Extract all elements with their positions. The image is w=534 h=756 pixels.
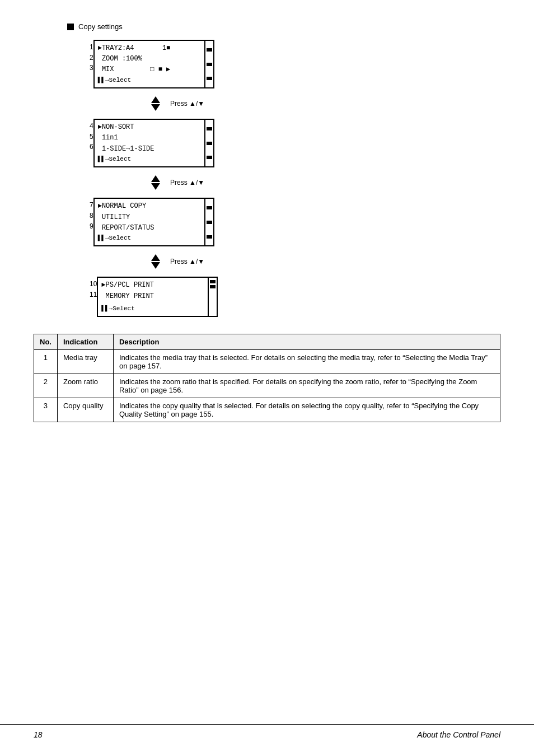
copy-settings-text: Copy settings [78, 22, 123, 31]
lcd-side-bar-4 [209, 277, 218, 317]
copy-settings-label: Copy settings [67, 22, 500, 31]
lcd-side-bar-3 [205, 198, 214, 246]
screen-group-2: 4 5 6 ►NON-SORT 1in1 1-SIDE→1-SIDE ▌▌→Se… [90, 119, 214, 167]
side-block [207, 48, 212, 52]
side-block [207, 77, 212, 80]
triangle-down-1 [151, 104, 160, 111]
press-label-3: Press ▲/▼ [170, 258, 204, 265]
lcd-side-bar-2 [205, 119, 214, 167]
bullet-icon [67, 24, 74, 30]
side-block [207, 127, 212, 130]
side-block [210, 285, 216, 288]
screen-4-display: ►PS/PCL PRINT MEMORY PRINT ▌▌→Select [97, 277, 218, 317]
press-row-2: Press ▲/▼ [151, 172, 204, 193]
press-label-2: Press ▲/▼ [170, 179, 204, 186]
table-cell-no: 3 [34, 398, 58, 422]
press-label-1: Press ▲/▼ [170, 100, 204, 108]
side-block [207, 235, 212, 239]
lcd-line-2-1: ►NON-SORT [98, 122, 201, 133]
lcd-select-4: ▌▌→Select [101, 304, 204, 314]
lcd-line-4-2: MEMORY PRINT [101, 291, 204, 302]
line-numbers-3: 7 8 9 [90, 198, 93, 241]
lcd-line-3-3: REPORT/STATUS [98, 223, 201, 234]
screen-group-1: 1 2 3 ►TRAY2:A4 1■ ZOOM :100% MIX □ ■ ▶ … [90, 40, 214, 88]
side-block [207, 206, 212, 209]
lcd-line-4-1: ►PS/PCL PRINT [101, 280, 204, 291]
line-numbers-2: 4 5 6 [90, 119, 93, 162]
triangle-down-2 [151, 183, 160, 190]
lcd-line-2-2: 1in1 [98, 133, 201, 143]
table-row: 1Media trayIndicates the media tray that… [34, 350, 500, 374]
triangle-up-1 [151, 96, 160, 103]
table-cell-no: 2 [34, 374, 58, 398]
side-block [207, 156, 212, 159]
screen-1-wrapper: ►TRAY2:A4 1■ ZOOM :100% MIX □ ■ ▶ ▌▌→Sel… [93, 40, 214, 88]
lcd-select-3: ▌▌→Select [98, 234, 201, 244]
table-cell-indication: Media tray [57, 350, 113, 374]
table-row: 2Zoom ratioIndicates the zoom ratio that… [34, 374, 500, 398]
press-row-3: Press ▲/▼ [151, 251, 204, 272]
table-header-no: No. [34, 334, 58, 350]
footer: 18 About the Control Panel [0, 724, 534, 739]
screen-group-4: 10 11 ►PS/PCL PRINT MEMORY PRINT ▌▌→Sele… [90, 277, 218, 317]
page: Copy settings 1 2 3 ►TRAY2:A4 1■ ZOOM :1… [0, 0, 534, 756]
table-cell-description: Indicates the copy quality that is selec… [113, 398, 500, 422]
side-block [207, 63, 212, 66]
lcd-side-bar-1 [205, 40, 214, 88]
lcd-screen-3: ►NORMAL COPY UTILITY REPORT/STATUS ▌▌→Se… [93, 198, 205, 246]
table-cell-description: Indicates the media tray that is selecte… [113, 350, 500, 374]
lcd-screen-4: ►PS/PCL PRINT MEMORY PRINT ▌▌→Select [97, 277, 209, 317]
lcd-line-1-3: MIX □ ■ ▶ [98, 64, 201, 75]
lcd-screen-1: ►TRAY2:A4 1■ ZOOM :100% MIX □ ■ ▶ ▌▌→Sel… [93, 40, 205, 88]
lcd-screen-2: ►NON-SORT 1in1 1-SIDE→1-SIDE ▌▌→Select [93, 119, 205, 167]
side-block [210, 280, 216, 283]
press-row-1: Press ▲/▼ [151, 93, 204, 114]
arrow-updown-2 [151, 175, 160, 190]
triangle-up-2 [151, 175, 160, 182]
line-numbers-1: 1 2 3 [90, 40, 93, 83]
line-numbers-4: 10 11 [90, 277, 97, 310]
lcd-line-2-3: 1-SIDE→1-SIDE [98, 144, 201, 155]
info-table: No. Indication Description 1Media trayIn… [34, 334, 500, 422]
triangle-down-3 [151, 262, 160, 269]
triangle-up-3 [151, 254, 160, 261]
side-block [207, 221, 212, 224]
screen-group-3: 7 8 9 ►NORMAL COPY UTILITY REPORT/STATUS… [90, 198, 214, 246]
table-cell-indication: Zoom ratio [57, 374, 113, 398]
screen-2-display: ►NON-SORT 1in1 1-SIDE→1-SIDE ▌▌→Select [93, 119, 214, 167]
footer-page-number: 18 [34, 730, 43, 739]
lcd-line-3-1: ►NORMAL COPY [98, 201, 201, 212]
screen-3-display: ►NORMAL COPY UTILITY REPORT/STATUS ▌▌→Se… [93, 198, 214, 246]
diagram-area: 1 2 3 ►TRAY2:A4 1■ ZOOM :100% MIX □ ■ ▶ … [90, 40, 500, 317]
lcd-line-3-2: UTILITY [98, 212, 201, 223]
footer-title: About the Control Panel [417, 730, 500, 739]
arrow-updown-3 [151, 254, 160, 269]
table-cell-indication: Copy quality [57, 398, 113, 422]
table-cell-no: 1 [34, 350, 58, 374]
lcd-line-1-2: ZOOM :100% [98, 54, 201, 64]
lcd-line-1-1: ►TRAY2:A4 1■ [98, 43, 201, 54]
table-header-description: Description [113, 334, 500, 350]
table-header-indication: Indication [57, 334, 113, 350]
table-row: 3Copy qualityIndicates the copy quality … [34, 398, 500, 422]
lcd-select-1: ▌▌→Select [98, 76, 201, 86]
side-block [207, 142, 212, 145]
table-cell-description: Indicates the zoom ratio that is specifi… [113, 374, 500, 398]
screen-1-display: ►TRAY2:A4 1■ ZOOM :100% MIX □ ■ ▶ ▌▌→Sel… [93, 40, 214, 88]
lcd-select-2: ▌▌→Select [98, 155, 201, 165]
arrow-updown-1 [151, 96, 160, 111]
